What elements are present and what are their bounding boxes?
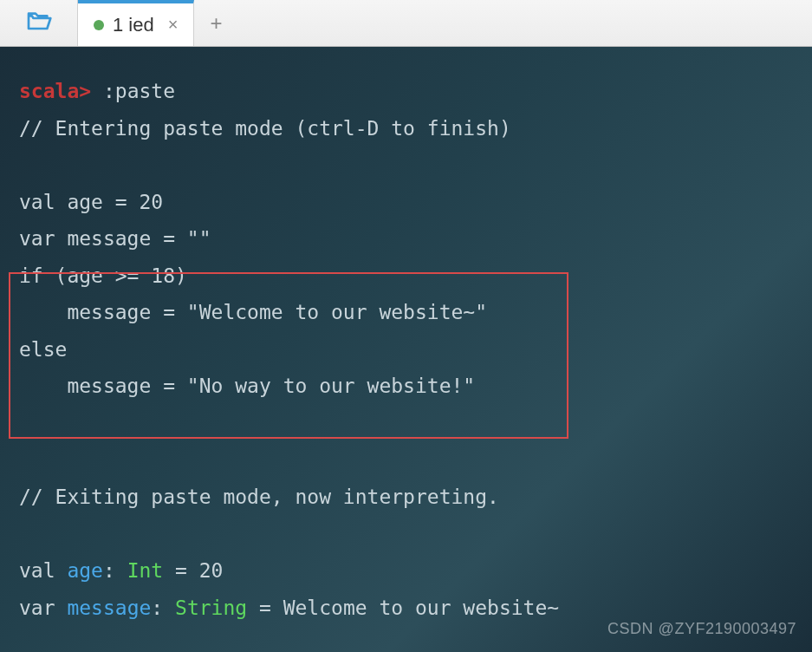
var-name: age (67, 559, 103, 582)
code-line: message = "Welcome to our website~" (19, 301, 487, 323)
terminal-output: scala> :paste // Entering paste mode (ct… (0, 47, 812, 652)
watermark: CSDN @ZYF2190003497 (607, 615, 796, 643)
code-line: // Entering paste mode (ctrl-D to finish… (19, 117, 511, 140)
type-name: String (175, 597, 247, 619)
close-icon[interactable]: × (168, 15, 179, 35)
dirty-indicator-icon (94, 20, 104, 30)
highlight-box (9, 272, 568, 439)
folder-open-icon (25, 8, 53, 39)
repl-command: :paste (103, 80, 175, 102)
code-line: else (19, 338, 67, 361)
code-line: var message = "" (19, 227, 211, 250)
code-line: val age = 20 (19, 191, 163, 213)
tab-bar: 1 ied × + (0, 0, 812, 47)
repl-prompt: scala> (19, 80, 91, 102)
new-tab-button[interactable]: + (194, 0, 237, 46)
type-name: Int (127, 559, 164, 582)
code-line: // Exiting paste mode, now interpreting. (19, 486, 499, 508)
file-tab[interactable]: 1 ied × (78, 0, 194, 46)
output-line: val age: Int = 20 (19, 559, 223, 582)
code-line: if (age >= 18) (19, 264, 187, 287)
code-line: message = "No way to our website!" (19, 375, 475, 397)
plus-icon: + (210, 11, 222, 36)
var-name: message (67, 597, 151, 619)
output-line: var message: String = Welcome to our web… (19, 597, 559, 619)
folder-tab[interactable] (0, 0, 78, 46)
tab-label: 1 ied (113, 14, 154, 36)
